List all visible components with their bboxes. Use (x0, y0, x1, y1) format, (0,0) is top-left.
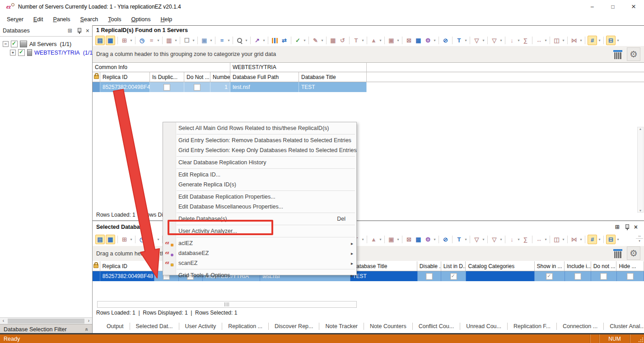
column-header-database-title[interactable]: Database Title (299, 72, 367, 82)
dropdown-arrow-icon[interactable] (481, 235, 485, 244)
tree-item-all-servers[interactable]: All Servers (1/1) (0, 40, 92, 48)
dropdown-arrow-icon[interactable] (499, 36, 503, 45)
dropdown-arrow-icon[interactable] (262, 36, 266, 45)
menu-bar-item[interactable]: Tools (103, 16, 126, 23)
toolbar-overflow-control[interactable] (636, 234, 643, 243)
bottom-tab[interactable]: Note Tracker (319, 323, 364, 329)
disable-checkbox[interactable] (426, 273, 433, 280)
pin-icon[interactable] (77, 28, 82, 34)
bottom-tab[interactable]: Connection ... (557, 323, 603, 329)
dropdown-arrow-icon[interactable] (378, 36, 383, 45)
tools-save-icon[interactable]: ⚙ (424, 235, 432, 244)
server-checkbox[interactable] (18, 49, 25, 56)
column-header-include[interactable]: Include i... (565, 261, 591, 271)
column-header-do-not[interactable]: Do not ... (591, 261, 617, 271)
font-format-icon[interactable]: T (455, 36, 463, 45)
sort-icon[interactable]: ↓ (508, 235, 516, 244)
scroll-left-icon[interactable]: ‹ (0, 318, 7, 324)
compare-icon[interactable]: ◫ (552, 36, 561, 45)
dropdown-arrow-icon[interactable] (517, 235, 521, 244)
pyramid-chart-icon[interactable]: ▲ (369, 235, 378, 244)
include-checkbox[interactable] (574, 273, 581, 280)
column-header-disable[interactable]: Disable ... (417, 261, 441, 271)
dropdown-arrow-icon[interactable] (361, 235, 365, 244)
remove-grid-icon[interactable]: ⊠ (405, 36, 413, 45)
column-header-hide[interactable]: Hide ... (616, 261, 644, 271)
do-not-checkbox[interactable] (600, 273, 607, 280)
grid1-vertical-scrollbar[interactable] (637, 127, 644, 213)
dropdown-arrow-icon[interactable] (561, 235, 565, 244)
column-header-do-not[interactable]: Do Not ... (184, 72, 210, 82)
is-duplicate-checkbox[interactable] (163, 84, 170, 91)
column-header-database-title[interactable]: Database Title (350, 261, 417, 271)
close-button[interactable] (623, 0, 644, 14)
column-header-show-in[interactable]: Show in ... (535, 261, 565, 271)
grouping-zone-top[interactable]: Drag a column header to this grouping zo… (93, 46, 644, 62)
freeze-panes-icon[interactable]: ◷ (138, 36, 146, 45)
grid1-selected-row[interactable]: 85257382:0049BF48 1 test.nsf TEST (93, 82, 644, 92)
dropdown-arrow-icon[interactable] (597, 36, 602, 45)
tools-save-icon[interactable]: ⚙ (424, 36, 432, 45)
scrollbar-thumb[interactable] (8, 319, 84, 324)
lock-column-header[interactable] (93, 72, 100, 82)
cell-catalog-categories[interactable] (466, 271, 535, 281)
no-refresh-icon[interactable]: ⊘ (441, 36, 450, 45)
context-menu-item[interactable]: Edit Database Miscellaneous Properties..… (163, 202, 356, 212)
bottom-tab[interactable]: Cluster Anal... (604, 323, 644, 329)
menu-bar-item[interactable]: Edit (28, 16, 48, 23)
dropdown-arrow-icon[interactable] (433, 235, 437, 244)
edit-values-icon[interactable]: ✎ (311, 36, 320, 45)
column-header-is-duplicate[interactable]: Is Duplic... (150, 72, 184, 82)
dropdown-arrow-icon[interactable] (227, 36, 231, 45)
view-rows-icon[interactable]: ▤ (95, 36, 105, 45)
dropdown-arrow-icon[interactable] (361, 36, 365, 45)
font-format-icon[interactable]: T (455, 235, 463, 244)
dropdown-arrow-icon[interactable] (209, 36, 213, 45)
cell-number[interactable]: 1 (210, 82, 230, 92)
view-rows-icon[interactable]: ▤ (95, 235, 105, 244)
schedule-refresh-icon[interactable]: ▦ (414, 36, 423, 45)
dropdown-arrow-icon[interactable] (191, 36, 196, 45)
expand-icon[interactable] (10, 50, 16, 56)
trash-icon[interactable] (613, 248, 622, 258)
context-menu-item[interactable]: databaseEZ (163, 248, 356, 258)
lock-column-header[interactable] (93, 261, 100, 271)
band-server[interactable]: WEBTEST/YTRIA (230, 62, 367, 72)
row-margin-cell[interactable] (93, 82, 100, 92)
do-not-checkbox[interactable] (194, 84, 201, 91)
row-numbers-icon[interactable]: # (588, 36, 597, 45)
dropdown-arrow-icon[interactable] (156, 36, 160, 45)
bottom-tab[interactable]: Output (101, 323, 130, 329)
dropdown-arrow-icon[interactable] (464, 36, 468, 45)
band-split-icon[interactable]: ⊟ (606, 36, 616, 45)
column-header-list-in-db[interactable]: List in D... (441, 261, 466, 271)
band-split-icon[interactable]: ⊟ (606, 235, 616, 244)
freeze-panes-icon[interactable]: ◷ (138, 235, 146, 244)
column-header-number[interactable]: Number... (210, 72, 230, 82)
totals-icon[interactable]: ∑ (521, 36, 530, 45)
dropdown-arrow-icon[interactable] (561, 36, 565, 45)
dropdown-arrow-icon[interactable] (244, 36, 248, 45)
share-icon[interactable]: ↗ (253, 36, 261, 45)
context-menu-item[interactable]: Grid Tools & Options (163, 270, 356, 280)
dropdown-arrow-icon[interactable] (320, 36, 324, 45)
expand-panel-icon[interactable] (67, 28, 73, 33)
cell-list-in-db[interactable] (441, 271, 466, 281)
dropdown-arrow-icon[interactable] (174, 36, 178, 45)
dropdown-arrow-icon[interactable] (464, 235, 468, 244)
grid-reset-icon[interactable]: ↺ (338, 36, 347, 45)
gear-settings-button[interactable] (627, 246, 640, 260)
column-width-icon[interactable]: ↔ (535, 36, 543, 45)
dropdown-arrow-icon[interactable] (597, 235, 602, 244)
list-in-db-checkbox[interactable] (450, 273, 457, 280)
context-menu-item[interactable]: Generate Replica ID(s) (163, 180, 356, 190)
context-menu-item[interactable]: Edit Replica ID... (163, 170, 356, 180)
column-header-full-path[interactable]: Database Full Path (230, 72, 299, 82)
dropdown-arrow-icon[interactable] (616, 235, 620, 244)
cell-full-path[interactable]: test.nsf (230, 82, 299, 92)
dropdown-arrow-icon[interactable] (481, 36, 485, 45)
column-header-catalog-categories[interactable]: Catalog Categories (466, 261, 534, 271)
context-menu-item[interactable]: Clear Database Replication History (163, 158, 356, 167)
context-menu-item[interactable]: Grid Entry Selection: Remove Databases R… (163, 135, 356, 145)
dropdown-arrow-icon[interactable] (616, 36, 620, 45)
